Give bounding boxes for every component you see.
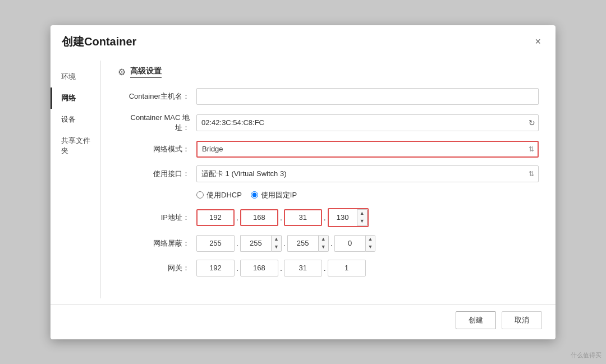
sidebar-item-env[interactable]: 环境 [50, 66, 100, 87]
interface-select[interactable]: 适配卡 1 (Virtual Switch 3) [196, 165, 539, 182]
dhcp-radio[interactable] [196, 191, 204, 199]
subnet-dot-3: . [329, 239, 334, 248]
gateway-dot-3: . [322, 264, 328, 273]
ip-octet4[interactable] [329, 209, 357, 226]
subnet-octet3-wrap: ▲ ▼ [287, 235, 329, 252]
mac-control: ↻ [196, 114, 539, 131]
sidebar-item-device[interactable]: 设备 [50, 109, 100, 130]
dialog-title: 创建Container [62, 34, 136, 49]
subnet-octet4-wrap: ▲ ▼ [334, 235, 376, 252]
ip-octet4-up[interactable]: ▲ [357, 210, 367, 218]
mac-label: Container MAC 地址： [118, 113, 196, 133]
subnet-dot-1: . [235, 239, 240, 248]
gateway-label: 网关： [118, 263, 196, 273]
subnet-octet4-down[interactable]: ▼ [366, 243, 375, 251]
gateway-dot-1: . [235, 264, 240, 273]
mac-input[interactable] [196, 114, 539, 131]
ip-address-label: IP地址： [118, 213, 196, 223]
section-title: 高级设置 [130, 66, 162, 78]
cancel-button[interactable]: 取消 [502, 311, 542, 329]
network-mode-control: Bridge Host None [196, 141, 539, 158]
dhcp-label: 使用DHCP [206, 190, 242, 200]
gateway-octet1[interactable] [196, 260, 235, 277]
subnet-octet3-up[interactable]: ▲ [319, 236, 328, 243]
hostname-input[interactable] [196, 88, 539, 105]
subnet-label: 网络屏蔽： [118, 238, 196, 248]
static-ip-label: 使用固定IP [261, 190, 297, 200]
ip-dot-2: . [278, 213, 284, 222]
subnet-octet3[interactable] [287, 235, 318, 252]
sidebar: 环境 网络 设备 共享文件夹 [50, 61, 101, 298]
subnet-octet3-spinner: ▲ ▼ [318, 235, 329, 252]
gateway-row: 网关： . . . [118, 260, 539, 277]
ip-address-group: . . . ▲ ▼ [196, 208, 369, 227]
gateway-dot-2: . [278, 264, 284, 273]
network-mode-label: 网络模式： [118, 144, 196, 154]
gateway-octet2[interactable] [240, 260, 278, 277]
gateway-octet3[interactable] [284, 260, 322, 277]
subnet-group: . ▲ ▼ . ▲ ▼ [196, 235, 375, 252]
settings-icon: ⚙ [118, 67, 126, 77]
create-button[interactable]: 创建 [456, 311, 496, 329]
static-ip-radio[interactable] [251, 191, 258, 199]
ip-octet4-down[interactable]: ▼ [357, 218, 367, 225]
subnet-octet3-down[interactable]: ▼ [319, 243, 328, 251]
dhcp-radio-label[interactable]: 使用DHCP [196, 190, 242, 200]
network-mode-select[interactable]: Bridge Host None [196, 141, 539, 158]
ip-dot-1: . [235, 213, 240, 222]
subnet-octet2-spinner: ▲ ▼ [271, 235, 282, 252]
mac-refresh-button[interactable]: ↻ [529, 118, 535, 127]
hostname-label: Container主机名： [118, 91, 196, 102]
ip-octet2[interactable] [240, 209, 278, 226]
subnet-octet4-spinner: ▲ ▼ [365, 235, 376, 252]
dialog-footer: 创建 取消 [50, 304, 556, 339]
interface-label: 使用接口： [118, 169, 196, 179]
subnet-dot-2: . [282, 239, 287, 248]
subnet-octet2-wrap: ▲ ▼ [240, 235, 282, 252]
ip-octet1[interactable] [196, 209, 235, 226]
main-content: ⚙ 高级设置 Container主机名： Container MAC 地址： ↻ [101, 61, 556, 298]
gateway-octet4[interactable] [328, 260, 366, 277]
ip-octet4-wrap: ▲ ▼ [328, 208, 369, 227]
dialog-header: 创建Container × [50, 25, 556, 55]
ip-dot-3: . [322, 213, 328, 222]
subnet-octet4[interactable] [334, 235, 365, 252]
watermark: 什么值得买 [571, 351, 602, 360]
dialog-body: 环境 网络 设备 共享文件夹 ⚙ 高级设置 Container主机名： Cont… [50, 55, 556, 304]
mac-row: Container MAC 地址： ↻ [118, 113, 539, 133]
close-button[interactable]: × [531, 35, 544, 49]
hostname-row: Container主机名： [118, 88, 539, 105]
subnet-octet2[interactable] [240, 235, 271, 252]
subnet-octet1[interactable] [196, 235, 235, 252]
ip-address-row: IP地址： . . . ▲ ▼ [118, 208, 539, 227]
interface-row: 使用接口： 适配卡 1 (Virtual Switch 3) [118, 165, 539, 182]
subnet-octet2-down[interactable]: ▼ [272, 243, 281, 251]
subnet-octet2-up[interactable]: ▲ [272, 236, 281, 243]
ip-mode-row: 使用DHCP 使用固定IP [118, 190, 539, 200]
interface-control: 适配卡 1 (Virtual Switch 3) [196, 165, 539, 182]
section-header: ⚙ 高级设置 [118, 61, 539, 78]
static-ip-radio-label[interactable]: 使用固定IP [251, 190, 297, 200]
gateway-group: . . . [196, 260, 366, 277]
sidebar-item-network[interactable]: 网络 [50, 87, 100, 109]
subnet-octet4-up[interactable]: ▲ [366, 236, 375, 243]
create-container-dialog: 创建Container × 环境 网络 设备 共享文件夹 ⚙ 高级设置 Cont… [50, 25, 556, 339]
network-mode-row: 网络模式： Bridge Host None [118, 141, 539, 158]
sidebar-item-share[interactable]: 共享文件夹 [50, 130, 100, 162]
ip-octet4-spinner: ▲ ▼ [357, 209, 368, 226]
ip-mode-group: 使用DHCP 使用固定IP [196, 190, 297, 200]
subnet-row: 网络屏蔽： . ▲ ▼ . ▲ [118, 235, 539, 252]
ip-octet3[interactable] [284, 209, 322, 226]
hostname-control [196, 88, 539, 105]
